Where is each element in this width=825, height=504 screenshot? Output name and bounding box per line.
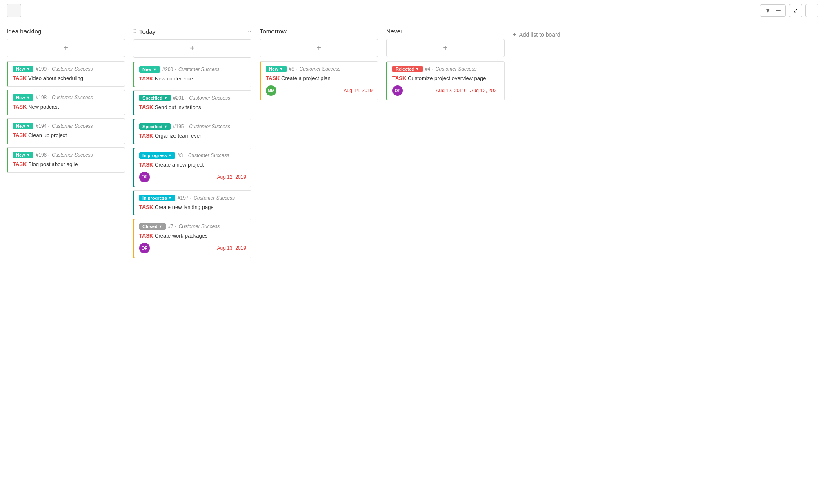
status-badge[interactable]: Closed ▼ bbox=[139, 223, 166, 230]
card-title: TASK Customize project overview page bbox=[392, 75, 499, 82]
column-header-idea-backlog: Idea backlog bbox=[7, 28, 125, 35]
card-title: TASK Video about scheduling bbox=[13, 75, 120, 82]
card-title: TASK Create new landing page bbox=[139, 204, 246, 211]
task-label: TASK bbox=[139, 75, 153, 82]
task-label: TASK bbox=[139, 104, 153, 110]
back-button[interactable] bbox=[7, 4, 21, 17]
card-date: Aug 13, 2019 bbox=[217, 245, 246, 251]
column-title-tomorrow: Tomorrow bbox=[260, 28, 287, 35]
column-drag-handle[interactable]: ⠿ bbox=[133, 29, 137, 34]
card[interactable]: In progress ▼#3 ·Customer SuccessTASK Cr… bbox=[133, 148, 251, 187]
card-project: Customer Success bbox=[189, 124, 230, 129]
card[interactable]: Specified ▼#201 ·Customer SuccessTASK Se… bbox=[133, 90, 251, 115]
status-badge[interactable]: New ▼ bbox=[139, 66, 160, 73]
add-card-button-idea-backlog[interactable]: + bbox=[7, 39, 125, 57]
card-meta: New ▼#196 ·Customer Success bbox=[13, 152, 120, 158]
card-id: #194 · bbox=[36, 123, 49, 129]
status-badge[interactable]: New ▼ bbox=[13, 123, 33, 129]
task-label: TASK bbox=[13, 104, 27, 110]
card-project: Customer Success bbox=[188, 153, 229, 158]
card[interactable]: In progress ▼#197 ·Customer SuccessTASK … bbox=[133, 190, 251, 215]
task-label: TASK bbox=[266, 75, 280, 81]
add-card-button-tomorrow[interactable]: + bbox=[260, 39, 378, 57]
more-options-button[interactable]: ⋮ bbox=[805, 4, 818, 17]
card-meta: Specified ▼#201 ·Customer Success bbox=[139, 95, 246, 101]
column-title-idea-backlog: Idea backlog bbox=[7, 28, 41, 35]
card-title: TASK New conference bbox=[139, 75, 246, 82]
card[interactable]: New ▼#200 ·Customer SuccessTASK New conf… bbox=[133, 62, 251, 87]
status-badge[interactable]: Specified ▼ bbox=[139, 95, 171, 101]
card[interactable]: New ▼#8 ·Customer SuccessTASK Create a p… bbox=[260, 61, 378, 100]
card-project: Customer Success bbox=[193, 195, 235, 201]
card[interactable]: New ▼#196 ·Customer SuccessTASK Blog pos… bbox=[7, 147, 125, 173]
task-label: TASK bbox=[13, 132, 27, 138]
status-badge[interactable]: In progress ▼ bbox=[139, 195, 175, 201]
card-id: #201 · bbox=[173, 95, 187, 101]
status-badge[interactable]: New ▼ bbox=[266, 66, 287, 72]
card-project: Customer Success bbox=[52, 66, 93, 72]
add-card-button-never[interactable]: + bbox=[386, 39, 505, 57]
column-today: ⠿Today···+New ▼#200 ·Customer SuccessTAS… bbox=[133, 28, 251, 261]
avatar: MM bbox=[266, 85, 276, 96]
task-label: TASK bbox=[392, 75, 406, 81]
task-label: TASK bbox=[139, 162, 153, 168]
column-header-never: Never bbox=[386, 28, 505, 35]
column-idea-backlog: Idea backlog+New ▼#199 ·Customer Success… bbox=[7, 28, 125, 176]
status-badge[interactable]: New ▼ bbox=[13, 94, 33, 101]
card-meta: Rejected ▼#4 ·Customer Success bbox=[392, 66, 499, 72]
column-title-never: Never bbox=[386, 28, 402, 35]
card[interactable]: Closed ▼#7 ·Customer SuccessTASK Create … bbox=[133, 219, 251, 258]
card[interactable]: Specified ▼#195 ·Customer SuccessTASK Or… bbox=[133, 119, 251, 144]
filter-button[interactable]: ▼ bbox=[760, 4, 786, 17]
card-id: #199 · bbox=[36, 66, 49, 72]
status-badge[interactable]: Rejected ▼ bbox=[392, 66, 423, 72]
card-meta: In progress ▼#3 ·Customer Success bbox=[139, 152, 246, 159]
card-meta: Specified ▼#195 ·Customer Success bbox=[139, 123, 246, 130]
card-title: TASK Clean up project bbox=[13, 132, 120, 139]
card-project: Customer Success bbox=[179, 224, 220, 229]
expand-icon: ⤢ bbox=[793, 7, 798, 14]
card[interactable]: New ▼#198 ·Customer SuccessTASK New podc… bbox=[7, 90, 125, 115]
card-meta: New ▼#194 ·Customer Success bbox=[13, 123, 120, 129]
card-title: TASK Create a project plan bbox=[266, 75, 373, 82]
filter-count bbox=[776, 10, 781, 11]
board: Idea backlog+New ▼#199 ·Customer Success… bbox=[0, 21, 825, 504]
card[interactable]: New ▼#199 ·Customer SuccessTASK Video ab… bbox=[7, 61, 125, 87]
card-id: #196 · bbox=[36, 152, 49, 158]
add-list-label: Add list to board bbox=[519, 31, 560, 38]
task-label: TASK bbox=[139, 133, 153, 139]
more-icon: ⋮ bbox=[809, 7, 815, 14]
card-project: Customer Success bbox=[436, 66, 477, 72]
add-card-button-today[interactable]: + bbox=[133, 39, 251, 58]
status-badge[interactable]: New ▼ bbox=[13, 66, 33, 72]
card-footer: OPAug 12, 2019 – Aug 12, 2021 bbox=[392, 85, 499, 96]
add-list-plus-icon: + bbox=[513, 31, 516, 38]
card-title: TASK New podcast bbox=[13, 103, 120, 111]
column-header-today: ⠿Today··· bbox=[133, 28, 251, 35]
expand-button[interactable]: ⤢ bbox=[789, 4, 802, 17]
card-id: #200 · bbox=[162, 67, 176, 72]
card-id: #7 · bbox=[168, 224, 176, 229]
card-title: TASK Create work packages bbox=[139, 232, 246, 240]
card-footer: OPAug 12, 2019 bbox=[139, 172, 246, 182]
status-badge[interactable]: New ▼ bbox=[13, 152, 33, 158]
card-id: #195 · bbox=[173, 124, 187, 129]
add-list-button[interactable]: +Add list to board bbox=[513, 28, 560, 42]
status-badge[interactable]: In progress ▼ bbox=[139, 152, 175, 159]
card[interactable]: Rejected ▼#4 ·Customer SuccessTASK Custo… bbox=[386, 61, 505, 100]
card-meta: New ▼#198 ·Customer Success bbox=[13, 94, 120, 101]
card[interactable]: New ▼#194 ·Customer SuccessTASK Clean up… bbox=[7, 118, 125, 144]
avatar: OP bbox=[139, 243, 150, 253]
card-project: Customer Success bbox=[178, 67, 220, 72]
card-meta: New ▼#200 ·Customer Success bbox=[139, 66, 246, 73]
column-tomorrow: Tomorrow+New ▼#8 ·Customer SuccessTASK C… bbox=[260, 28, 378, 104]
status-badge[interactable]: Specified ▼ bbox=[139, 123, 171, 130]
card-id: #198 · bbox=[36, 95, 49, 100]
card-project: Customer Success bbox=[52, 95, 93, 100]
card-id: #4 · bbox=[425, 66, 433, 72]
column-more-button[interactable]: ··· bbox=[246, 28, 251, 35]
card-date: Aug 12, 2019 – Aug 12, 2021 bbox=[436, 88, 499, 93]
avatar: OP bbox=[139, 172, 150, 182]
card-meta: New ▼#199 ·Customer Success bbox=[13, 66, 120, 72]
card-date: Aug 12, 2019 bbox=[217, 174, 246, 180]
